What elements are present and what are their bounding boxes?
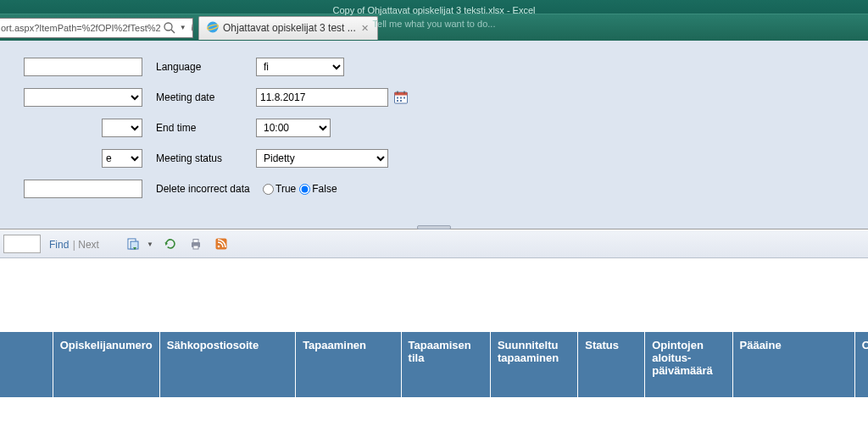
find-input[interactable]: [3, 235, 41, 253]
svg-line-1: [171, 30, 175, 33]
column-header-opiskelijanumero[interactable]: Opiskelijanumero: [53, 332, 159, 398]
table-header-row: Opiskelijanumero Sähkopostiosoite Tapaam…: [0, 332, 868, 398]
report-parameters-panel: e Language fi Meeting date End time 10:0…: [0, 41, 868, 230]
language-label: Language: [156, 61, 256, 73]
meeting-status-select[interactable]: Pidetty: [256, 149, 388, 168]
svg-rect-14: [400, 100, 402, 102]
column-header-opintojen-aloitus[interactable]: Opintojen aloitus-päivämäärä: [645, 332, 732, 398]
param-input-5[interactable]: [24, 180, 142, 198]
svg-rect-12: [403, 97, 405, 99]
param-select-4[interactable]: e: [102, 149, 142, 168]
meeting-status-label: Meeting status: [156, 152, 256, 164]
report-body: [0, 258, 868, 331]
address-bar-text: ort.aspx?ItemPath=%2fOPI%2fTest%2: [1, 23, 161, 33]
address-dropdown-icon[interactable]: ▼: [178, 24, 188, 31]
right-parameters-column: Language fi Meeting date End time 10:00 …: [156, 58, 409, 210]
search-icon[interactable]: [163, 21, 176, 35]
browser-tab[interactable]: Ohjattavat opiskelijat 3 test ... ✕: [198, 16, 378, 40]
param-select-3[interactable]: [102, 119, 142, 137]
end-time-select[interactable]: 10:00: [256, 119, 331, 137]
panel-splitter[interactable]: [417, 225, 451, 230]
column-header-blank[interactable]: [0, 332, 53, 398]
column-header-truncated[interactable]: O: [854, 332, 868, 398]
delete-data-radio-group: True False: [263, 183, 337, 195]
column-header-status[interactable]: Status: [578, 332, 645, 398]
language-select[interactable]: fi: [256, 58, 344, 76]
column-header-tapaamisen-tila[interactable]: Tapaamisen tila: [401, 332, 490, 398]
refresh-report-icon[interactable]: [162, 235, 179, 252]
address-bar-controls: ▼: [163, 21, 193, 35]
delete-false-radio[interactable]: [299, 184, 310, 195]
print-icon[interactable]: [187, 235, 204, 252]
background-app-titlebar: ort.aspx?ItemPath=%2fOPI%2fTest%2 ▼ Ohja…: [0, 0, 868, 41]
svg-rect-13: [397, 100, 398, 102]
svg-rect-11: [400, 97, 402, 99]
delete-data-label: Delete incorrect data: [156, 183, 263, 195]
export-icon[interactable]: [125, 235, 142, 252]
meeting-date-input[interactable]: [256, 88, 388, 107]
svg-point-0: [164, 23, 172, 30]
param-input-1[interactable]: [24, 58, 142, 76]
delete-false-option[interactable]: False: [299, 183, 337, 195]
param-select-2[interactable]: [24, 88, 142, 107]
export-dropdown-arrow-icon[interactable]: ▼: [147, 241, 153, 248]
report-toolbar: Find | Next ▼: [0, 230, 868, 258]
data-feed-icon[interactable]: [213, 235, 230, 252]
address-bar[interactable]: ort.aspx?ItemPath=%2fOPI%2fTest%2 ▼: [0, 18, 193, 38]
find-next-link[interactable]: Next: [78, 239, 99, 251]
svg-rect-21: [193, 246, 198, 249]
find-link[interactable]: Find: [49, 239, 69, 251]
column-header-suunniteltu-tapaaminen[interactable]: Suunniteltu tapaaminen: [490, 332, 577, 398]
column-header-sahkopostiosoite[interactable]: Sähkopostiosoite: [159, 332, 295, 398]
svg-point-23: [218, 246, 220, 248]
calendar-icon[interactable]: [393, 90, 409, 105]
lock-icon: [190, 23, 193, 33]
report-table: Opiskelijanumero Sähkopostiosoite Tapaam…: [0, 331, 868, 398]
svg-rect-10: [397, 97, 398, 99]
browser-chrome: ort.aspx?ItemPath=%2fOPI%2fTest%2 ▼ Ohja…: [0, 14, 868, 41]
close-tab-icon[interactable]: ✕: [359, 23, 370, 34]
meeting-date-label: Meeting date: [156, 91, 256, 103]
column-header-tapaaminen[interactable]: Tapaaminen: [296, 332, 401, 398]
end-time-label: End time: [156, 122, 256, 134]
svg-rect-20: [193, 240, 198, 243]
column-header-paaaine[interactable]: Pääaine: [732, 332, 854, 398]
left-parameters-column: e: [0, 58, 142, 210]
browser-tab-title: Ohjattavat opiskelijat 3 test ...: [223, 22, 356, 34]
svg-rect-2: [192, 26, 193, 30]
delete-true-radio[interactable]: [263, 184, 274, 195]
ie-icon: [206, 20, 220, 36]
svg-rect-7: [395, 92, 408, 96]
delete-true-option[interactable]: True: [263, 183, 296, 195]
